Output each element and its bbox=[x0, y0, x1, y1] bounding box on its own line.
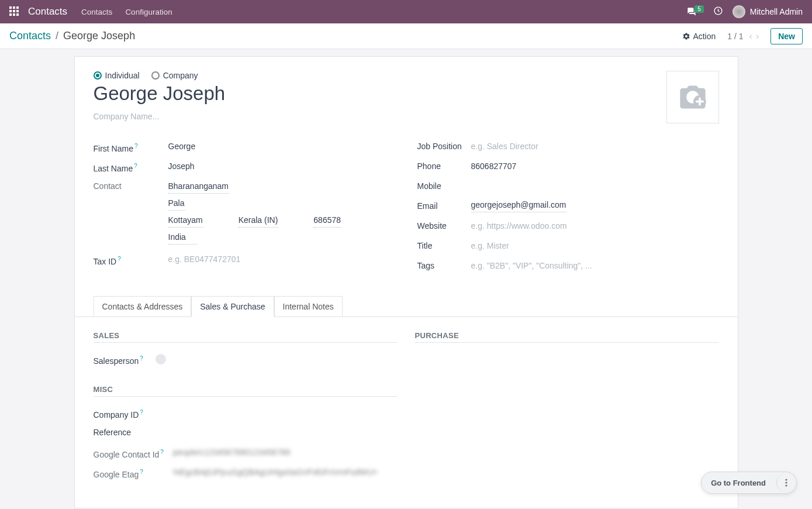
title-input[interactable]: e.g. Mister bbox=[471, 238, 719, 252]
tab-contacts-addresses[interactable]: Contacts & Addresses bbox=[94, 296, 192, 317]
right-column: Job Position e.g. Sales Director Phone 8… bbox=[417, 139, 719, 278]
tab-content: SALES Salesperson? MISC Company ID? Refe… bbox=[94, 317, 719, 484]
pager-text: 1 / 1 bbox=[727, 32, 743, 41]
app-title: Contacts bbox=[28, 6, 67, 18]
district-input[interactable]: Kottayam bbox=[168, 214, 203, 228]
country-input[interactable]: India bbox=[168, 231, 198, 245]
website-input[interactable]: e.g. https://www.odoo.com bbox=[471, 218, 719, 232]
tax-id-label: Tax ID? bbox=[94, 252, 168, 268]
job-position-label: Job Position bbox=[417, 139, 471, 153]
frontend-pill: Go to Frontend bbox=[701, 472, 797, 494]
top-menu: Contacts Configuration bbox=[81, 8, 172, 16]
frontend-more-button[interactable] bbox=[776, 473, 795, 492]
company-id-label: Company ID? bbox=[94, 405, 173, 421]
phone-input[interactable]: 8606827707 bbox=[471, 159, 719, 173]
website-label: Website bbox=[417, 218, 471, 232]
tab-internal-notes[interactable]: Internal Notes bbox=[274, 296, 343, 317]
email-input[interactable]: georgejoseph@gmail.com bbox=[471, 198, 567, 212]
breadcrumb-root[interactable]: Contacts bbox=[9, 30, 51, 42]
first-name-label: First Name? bbox=[94, 139, 168, 155]
title-label: Title bbox=[417, 238, 471, 252]
user-menu[interactable]: Mitchell Admin bbox=[732, 5, 803, 18]
reference-label: Reference bbox=[94, 425, 173, 439]
salesperson-label: Salesperson? bbox=[94, 351, 152, 367]
mobile-input[interactable] bbox=[471, 178, 719, 180]
tabs: Contacts & Addresses Sales & Purchase In… bbox=[75, 295, 738, 317]
radio-empty-icon bbox=[151, 71, 160, 80]
topbar-right: 5 Mitchell Admin bbox=[686, 5, 803, 18]
help-icon[interactable]: ? bbox=[140, 469, 143, 475]
help-icon[interactable]: ? bbox=[118, 256, 121, 262]
google-contact-id-value[interactable]: people/c1234567890123456789 bbox=[173, 445, 398, 459]
google-etag-value[interactable]: %EgcBAj0JPjcuGgQBAgUHIgx0aGVFdGFnVmFsdWU… bbox=[173, 465, 398, 479]
purchase-section-header: PURCHASE bbox=[415, 331, 719, 343]
action-label: Action bbox=[693, 32, 716, 41]
pager-prev-icon[interactable]: ‹ bbox=[749, 31, 752, 42]
control-panel: Contacts / George Joseph Action 1 / 1 ‹ … bbox=[0, 23, 812, 49]
last-name-input[interactable]: Joseph bbox=[168, 159, 415, 173]
go-to-frontend-button[interactable]: Go to Frontend bbox=[702, 473, 775, 493]
email-label: Email bbox=[417, 198, 471, 212]
zip-input[interactable]: 686578 bbox=[313, 214, 341, 228]
job-position-input[interactable]: e.g. Sales Director bbox=[471, 139, 719, 153]
apps-icon[interactable] bbox=[9, 6, 20, 17]
radio-individual[interactable]: Individual bbox=[94, 71, 140, 80]
help-icon[interactable]: ? bbox=[140, 409, 143, 415]
contact-label: Contact bbox=[94, 178, 168, 192]
svg-point-3 bbox=[785, 482, 787, 483]
left-column: First Name? George Last Name? Joseph Con… bbox=[94, 139, 415, 278]
google-contact-id-label: Google Contact Id? bbox=[94, 445, 173, 461]
avatar bbox=[732, 5, 745, 18]
sales-section-header: SALES bbox=[94, 331, 398, 343]
camera-plus-icon bbox=[676, 82, 710, 112]
messaging-badge: 5 bbox=[694, 5, 704, 13]
sales-column: SALES Salesperson? MISC Company ID? Refe… bbox=[94, 331, 398, 484]
username: Mitchell Admin bbox=[750, 7, 803, 16]
tags-input[interactable]: e.g. "B2B", "VIP", "Consulting", ... bbox=[471, 258, 719, 272]
contact-name-input[interactable]: George Joseph bbox=[94, 82, 226, 105]
sheet-container: Individual Company George Joseph Company… bbox=[0, 49, 812, 509]
reference-input[interactable] bbox=[173, 425, 398, 426]
menu-configuration[interactable]: Configuration bbox=[125, 8, 172, 16]
company-name-input[interactable]: Company Name... bbox=[94, 112, 226, 121]
pager-next-icon[interactable]: › bbox=[756, 31, 759, 42]
breadcrumb-sep: / bbox=[56, 30, 58, 42]
topbar: Contacts Contacts Configuration 5 Mitche… bbox=[0, 0, 812, 23]
svg-point-4 bbox=[785, 484, 787, 486]
user-avatar-chip-icon bbox=[156, 354, 166, 364]
form-sheet: Individual Company George Joseph Company… bbox=[74, 56, 738, 508]
city-input[interactable]: Pala bbox=[168, 197, 185, 211]
svg-point-2 bbox=[785, 479, 787, 480]
help-icon[interactable]: ? bbox=[134, 143, 138, 149]
gear-icon bbox=[682, 32, 690, 40]
action-button[interactable]: Action bbox=[682, 32, 716, 41]
last-name-label: Last Name? bbox=[94, 159, 168, 175]
new-button[interactable]: New bbox=[770, 28, 803, 44]
radio-dot-icon bbox=[94, 71, 102, 80]
tax-id-input[interactable]: e.g. BE0477472701 bbox=[168, 252, 415, 266]
mobile-label: Mobile bbox=[417, 178, 471, 192]
help-icon[interactable]: ? bbox=[134, 163, 137, 169]
help-icon[interactable]: ? bbox=[140, 355, 143, 362]
breadcrumb-current: George Joseph bbox=[63, 30, 135, 42]
help-icon[interactable]: ? bbox=[160, 449, 164, 455]
dots-vertical-icon bbox=[785, 479, 787, 487]
company-id-input[interactable] bbox=[173, 405, 398, 406]
phone-label: Phone bbox=[417, 159, 471, 173]
first-name-input[interactable]: George bbox=[168, 139, 415, 153]
messaging-icon[interactable]: 5 bbox=[686, 7, 704, 16]
address-block[interactable]: Bharananganam Pala Kottayam Kerala (IN) … bbox=[168, 178, 415, 245]
purchase-column: PURCHASE bbox=[415, 331, 719, 484]
activities-icon[interactable] bbox=[713, 6, 723, 18]
menu-contacts[interactable]: Contacts bbox=[81, 8, 112, 16]
image-upload[interactable] bbox=[666, 71, 719, 123]
misc-section-header: MISC bbox=[94, 385, 398, 397]
google-etag-label: Google Etag? bbox=[94, 465, 173, 481]
street-input[interactable]: Bharananganam bbox=[168, 180, 230, 194]
tags-label: Tags bbox=[417, 258, 471, 272]
salesperson-input[interactable] bbox=[152, 351, 398, 365]
cp-right: Action 1 / 1 ‹ › New bbox=[682, 28, 803, 44]
tab-sales-purchase[interactable]: Sales & Purchase bbox=[191, 296, 274, 317]
state-input[interactable]: Kerala (IN) bbox=[239, 214, 279, 228]
radio-company[interactable]: Company bbox=[151, 71, 198, 80]
